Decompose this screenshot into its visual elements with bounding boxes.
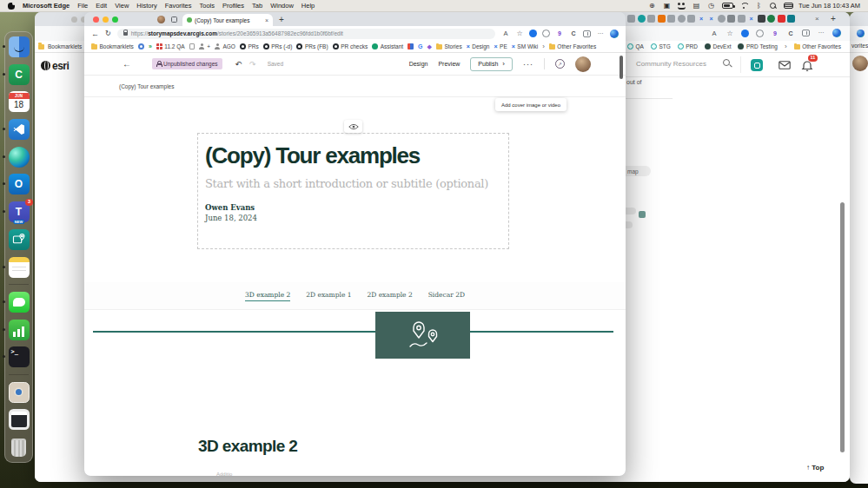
person-icon[interactable] (756, 30, 764, 37)
pinned-tab-youtube[interactable] (778, 15, 785, 23)
menu-help[interactable]: Help (301, 2, 315, 10)
bookmark-SM Wiki[interactable]: ×SM Wiki (512, 43, 538, 49)
bookmark-DevExt[interactable]: DevExt (705, 43, 731, 49)
bookmark-PR checks[interactable]: PR checks (333, 43, 368, 49)
more-icon[interactable] (596, 30, 605, 38)
pinned-tab-gray-dot-2[interactable] (718, 15, 726, 23)
more-icon[interactable] (817, 29, 825, 37)
dock-teams[interactable]: T3NEW (9, 201, 30, 222)
bookmark-STG[interactable]: STG (651, 43, 671, 49)
story-tab-2d-example-2[interactable]: 2D example 2 (368, 291, 413, 300)
minimize-window-button[interactable] (103, 16, 109, 23)
bookmark-Assistant[interactable]: Assistant (372, 43, 403, 49)
star-icon[interactable] (515, 30, 524, 38)
visibility-eye-button[interactable] (344, 120, 362, 133)
bookmark-chev-green[interactable]: » (149, 43, 152, 49)
story-subtitle-placeholder[interactable]: Start with a short introduction or subti… (205, 177, 501, 190)
profile-icon[interactable] (529, 30, 537, 37)
preview-button[interactable]: Preview (438, 61, 460, 67)
bookmark-AGO[interactable]: AGO (215, 43, 235, 49)
pinned-tab-github-4[interactable] (687, 15, 695, 23)
refresh-button[interactable]: ↻ (105, 30, 111, 37)
bookmark-PRD Testing[interactable]: PRD Testing (738, 43, 778, 49)
battery-icon[interactable] (722, 3, 733, 9)
dock-storymaps[interactable] (9, 229, 30, 250)
new-tab-button[interactable]: + (831, 14, 836, 23)
bookmark-Other Favorites[interactable]: Other Favorites (794, 43, 841, 49)
envelope-icon[interactable] (779, 61, 791, 69)
time-machine-icon[interactable] (707, 2, 715, 10)
close-window-button[interactable] (71, 16, 77, 23)
pinned-tab-github-1[interactable] (627, 15, 635, 23)
people-icon[interactable] (678, 2, 686, 10)
bookmark-+[interactable]: + (199, 43, 210, 49)
undo-button[interactable]: ↶ (235, 60, 242, 69)
story-cover-block[interactable]: (Copy) Tour examples Start with a short … (197, 133, 509, 249)
tab-close-icon[interactable]: × (265, 17, 268, 23)
apple-menu-icon[interactable] (8, 3, 15, 10)
editor-back-button[interactable]: ← (123, 59, 131, 69)
dock-company-portal[interactable]: C (9, 64, 30, 85)
bookmark-Bookmarklets[interactable]: Bookmarklets (91, 43, 134, 49)
dock-trash[interactable] (9, 437, 30, 458)
dropbox-icon[interactable] (692, 2, 700, 10)
menu-profiles[interactable]: Profiles (222, 2, 244, 10)
menu-file[interactable]: File (77, 2, 88, 10)
keyboard-globe-icon[interactable] (648, 2, 656, 10)
dock-notes[interactable] (9, 257, 30, 278)
bookmark-target[interactable] (138, 43, 144, 49)
pinned-tab-orange-f[interactable] (658, 15, 666, 23)
tab-actions-icon[interactable] (171, 16, 177, 23)
pinned-tab-jira-1[interactable]: × (698, 15, 706, 23)
design-button[interactable]: Design (409, 61, 428, 67)
address-bar[interactable]: https://storymapsdev.arcgis.com/stories/… (117, 29, 495, 39)
dock-edge[interactable] (9, 147, 30, 168)
story-tab-3d-example-2[interactable]: 3D example 2 (245, 291, 290, 301)
pinned-tab-gray-app[interactable] (678, 15, 686, 23)
bookmark-Stories[interactable]: Stories (436, 43, 462, 49)
bookmark-PRs[interactable]: PRs (240, 43, 259, 49)
pinned-tab-github-3[interactable] (667, 15, 675, 23)
bookmark-PE[interactable]: ×PE (494, 43, 507, 49)
more-options-button[interactable]: ··· (523, 60, 533, 69)
map-tour-placeholder[interactable] (375, 312, 470, 359)
pinned-tab-teal-app-1[interactable] (638, 15, 646, 23)
bluetooth-icon[interactable] (755, 2, 763, 10)
menu-tab[interactable]: Tab (252, 2, 262, 10)
publish-button[interactable]: Publish › (470, 57, 513, 71)
person-icon[interactable] (542, 30, 550, 37)
menu-app-name[interactable]: Microsoft Edge (23, 2, 70, 10)
back-to-top-button[interactable]: ↑ Top (806, 464, 824, 472)
pinned-tab-jira-3[interactable]: × (747, 15, 755, 23)
split-icon[interactable] (802, 30, 810, 36)
menu-window[interactable]: Window (270, 2, 294, 10)
dock-screenshot-terminal[interactable] (9, 409, 30, 430)
bookmark-gem[interactable]: ◆ (427, 43, 432, 49)
wifi-icon[interactable] (740, 3, 748, 9)
story-tab-sidecar-2d[interactable]: Sidecar 2D (428, 291, 465, 300)
control-center-icon[interactable] (784, 2, 792, 10)
dock-stocks[interactable] (9, 320, 30, 340)
dock-messages[interactable] (9, 292, 30, 313)
profile-icon[interactable] (741, 30, 749, 37)
story-title[interactable]: (Copy) Tour examples (205, 144, 501, 168)
bookmark-11.2 QA[interactable]: 11.2 QA (156, 43, 185, 49)
bookmark-PRD[interactable]: PRD (678, 43, 698, 49)
add-cover-button[interactable]: Add cover image or video (495, 98, 567, 111)
search-icon[interactable] (723, 59, 732, 68)
menu-edit[interactable]: Edit (96, 2, 107, 10)
bookmark-bookmarklets[interactable]: Bookmarklets (48, 43, 82, 49)
avatar[interactable] (852, 56, 868, 71)
menu-favorites[interactable]: Favorites (165, 2, 192, 10)
menu-history[interactable]: History (136, 2, 156, 10)
read-aloud-icon[interactable] (710, 29, 719, 37)
zoom-window-button[interactable] (112, 16, 118, 23)
apps-icon[interactable] (751, 59, 763, 71)
portal-app-icon[interactable] (663, 2, 671, 10)
redo-button[interactable]: ↷ (249, 60, 256, 69)
bookmark-chev[interactable]: › (542, 43, 545, 50)
pinned-tab-green-app[interactable] (767, 15, 775, 23)
pinned-tab-github-2[interactable] (647, 15, 655, 23)
bookmark-Design[interactable]: ×Design (467, 43, 490, 49)
front-browser-window[interactable]: (Copy) Tour examples × + ← ↻ https://sto… (84, 12, 626, 476)
